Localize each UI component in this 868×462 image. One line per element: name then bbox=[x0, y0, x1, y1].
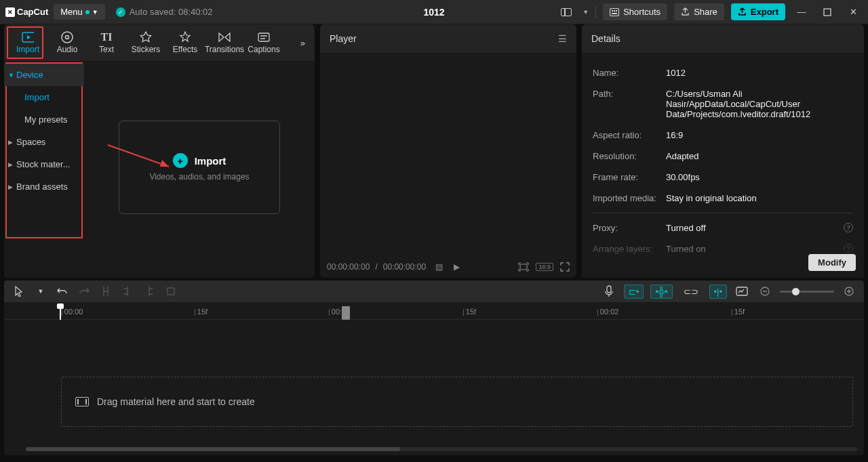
pointer-tool[interactable] bbox=[11, 283, 27, 299]
modify-label: Modify bbox=[818, 257, 846, 268]
chevron-down-icon: ▼ bbox=[8, 72, 14, 79]
sidebar: ▼Device Import My presets ▶Spaces ▶Stock… bbox=[4, 61, 84, 278]
fullscreen-icon[interactable] bbox=[560, 262, 570, 272]
zoom-slider[interactable] bbox=[780, 291, 834, 293]
export-button[interactable]: Export bbox=[731, 3, 785, 20]
shortcuts-button[interactable]: Shortcuts bbox=[603, 3, 667, 20]
track-area[interactable]: Drag material here and start to create bbox=[61, 377, 853, 427]
proxy-label: Proxy: bbox=[593, 223, 666, 233]
tick-15c: 15f bbox=[731, 308, 745, 316]
more-tabs-button[interactable]: » bbox=[295, 38, 311, 48]
app-logo: ✕ CapCut bbox=[5, 7, 48, 17]
share-icon bbox=[681, 7, 690, 16]
link-button[interactable]: ⊂⊃ bbox=[679, 285, 703, 298]
menu-button[interactable]: Menu ▼ bbox=[54, 4, 104, 20]
tab-effects[interactable]: Effects bbox=[165, 27, 205, 58]
svg-point-7 bbox=[62, 32, 73, 43]
menu-label: Menu bbox=[60, 7, 83, 17]
time-total: 00:00:00:00 bbox=[383, 262, 426, 272]
play-button[interactable]: ▶ bbox=[454, 262, 460, 272]
imported-value: Stay in original location bbox=[666, 193, 853, 203]
chevron-down-icon[interactable]: ▼ bbox=[583, 9, 589, 16]
zoom-out-button[interactable] bbox=[757, 283, 773, 299]
tab-audio[interactable]: Audio bbox=[47, 27, 87, 58]
info-icon[interactable]: ? bbox=[844, 223, 853, 232]
tab-transitions[interactable]: Transitions bbox=[205, 27, 244, 58]
tab-audio-label: Audio bbox=[57, 45, 78, 54]
sidebar-item-brand[interactable]: ▶Brand assets bbox=[4, 175, 84, 198]
timeline-scrollbar[interactable] bbox=[26, 447, 857, 451]
tab-text[interactable]: TI Text bbox=[87, 27, 126, 58]
import-button[interactable]: + Import Videos, audios, and images bbox=[119, 121, 280, 214]
capture-icon[interactable] bbox=[518, 262, 529, 272]
details-footer: Modify bbox=[582, 245, 864, 278]
split-button[interactable] bbox=[98, 283, 114, 299]
align-button[interactable]: •|• bbox=[709, 285, 727, 299]
text-icon: TI bbox=[100, 31, 113, 43]
transitions-icon bbox=[218, 31, 231, 43]
layout-button[interactable] bbox=[557, 3, 576, 22]
sidebar-label-presets: My presets bbox=[24, 114, 68, 125]
film-icon bbox=[75, 397, 89, 406]
separator bbox=[595, 6, 596, 18]
details-title: Details bbox=[591, 33, 620, 44]
tab-stickers[interactable]: Stickers bbox=[126, 27, 165, 58]
sidebar-item-import[interactable]: Import bbox=[4, 86, 84, 108]
timeline-drop-zone[interactable]: Drag material here and start to create bbox=[61, 377, 853, 427]
chevron-right-icon: ▶ bbox=[8, 161, 13, 168]
sidebar-item-spaces[interactable]: ▶Spaces bbox=[4, 131, 84, 153]
autosave-text: Auto saved: 08:40:02 bbox=[130, 7, 213, 17]
magnet-front-button[interactable]: ⊏• bbox=[624, 285, 644, 299]
sidebar-label-stock: Stock mater... bbox=[16, 159, 70, 169]
framerate-value: 30.00fps bbox=[666, 172, 853, 182]
maximize-icon bbox=[823, 8, 831, 16]
export-label: Export bbox=[751, 7, 778, 17]
undo-button[interactable] bbox=[54, 283, 71, 299]
tick-15a: 15f bbox=[194, 308, 208, 316]
captions-icon bbox=[258, 31, 270, 43]
project-title: 1012 bbox=[423, 7, 444, 18]
zoom-in-button[interactable] bbox=[841, 283, 857, 299]
edit-cursor[interactable] bbox=[342, 306, 350, 320]
sidebar-item-presets[interactable]: My presets bbox=[4, 108, 84, 131]
mic-button[interactable] bbox=[601, 283, 617, 299]
resolution-value: Adapted bbox=[666, 151, 853, 161]
svg-rect-2 bbox=[614, 10, 615, 12]
tab-captions[interactable]: Captions bbox=[244, 27, 283, 58]
sidebar-item-device[interactable]: ▼Device bbox=[4, 64, 84, 86]
tab-stickers-label: Stickers bbox=[132, 45, 161, 54]
redo-button[interactable] bbox=[76, 283, 92, 299]
tab-transitions-label: Transitions bbox=[205, 45, 244, 54]
svg-rect-4 bbox=[612, 13, 617, 14]
auto-snap-button[interactable]: •╬• bbox=[650, 285, 672, 299]
close-button[interactable]: ✕ bbox=[844, 3, 863, 22]
audio-icon bbox=[61, 31, 73, 43]
sidebar-label-device: Device bbox=[16, 70, 43, 80]
timeline-toolbar: ▼ ⊏• •╬• ⊂⊃ •|• bbox=[4, 280, 864, 302]
trim-right-button[interactable] bbox=[141, 283, 157, 299]
plus-icon: + bbox=[173, 153, 188, 168]
app-name: CapCut bbox=[17, 7, 48, 17]
compare-icon[interactable]: ▤ bbox=[435, 262, 443, 272]
player-menu-button[interactable]: ☰ bbox=[558, 33, 567, 44]
time-current: 00:00:00:00 bbox=[327, 262, 370, 272]
ratio-badge[interactable]: 16:9 bbox=[536, 263, 553, 271]
sidebar-item-stock[interactable]: ▶Stock mater... bbox=[4, 153, 84, 175]
keyboard-icon bbox=[610, 8, 619, 16]
timeline-ruler[interactable]: 00:00 15f 00:01 15f 00:02 15f bbox=[4, 302, 864, 320]
minimize-button[interactable]: — bbox=[792, 3, 811, 22]
maximize-button[interactable] bbox=[818, 3, 837, 22]
share-button[interactable]: Share bbox=[674, 3, 724, 20]
trim-left-button[interactable] bbox=[119, 283, 136, 299]
tab-captions-label: Captions bbox=[248, 45, 279, 54]
preview-cover-button[interactable] bbox=[734, 283, 750, 299]
delete-button[interactable] bbox=[163, 283, 179, 299]
pointer-dropdown[interactable]: ▼ bbox=[33, 283, 49, 299]
tab-effects-label: Effects bbox=[173, 45, 197, 54]
sidebar-label-import: Import bbox=[24, 92, 50, 102]
player-viewport[interactable] bbox=[320, 53, 576, 256]
modify-button[interactable]: Modify bbox=[808, 254, 856, 271]
chevron-right-icon: ▶ bbox=[8, 184, 13, 190]
timeline[interactable]: 00:00 15f 00:01 15f 00:02 15f Drag mater… bbox=[4, 302, 864, 455]
aspect-value: 16:9 bbox=[666, 130, 853, 140]
